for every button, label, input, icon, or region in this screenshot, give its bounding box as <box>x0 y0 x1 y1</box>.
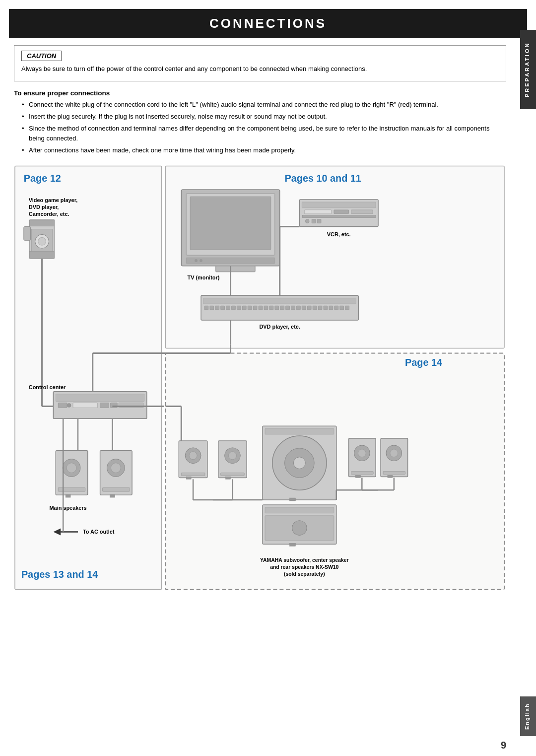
svg-rect-90 <box>345 306 349 310</box>
svg-rect-46 <box>190 197 271 250</box>
svg-rect-57 <box>302 215 376 218</box>
svg-rect-18 <box>56 394 144 402</box>
svg-rect-53 <box>302 202 376 208</box>
svg-rect-74 <box>259 306 263 310</box>
svg-rect-78 <box>280 306 284 310</box>
svg-rect-56 <box>351 210 373 214</box>
svg-point-119 <box>358 449 366 457</box>
svg-rect-21 <box>73 403 98 408</box>
svg-text:Page 12: Page 12 <box>24 173 61 184</box>
svg-rect-85 <box>318 306 322 310</box>
svg-rect-105 <box>186 477 191 480</box>
svg-rect-109 <box>221 473 245 476</box>
svg-rect-72 <box>248 306 252 310</box>
svg-rect-33 <box>103 487 130 491</box>
page-title: CONNECTIONS <box>209 16 327 31</box>
svg-text:and rear speakers NX-SW10: and rear speakers NX-SW10 <box>270 564 338 570</box>
svg-rect-120 <box>351 472 374 475</box>
svg-point-11 <box>38 238 46 246</box>
svg-text:Control center: Control center <box>29 384 66 390</box>
svg-rect-121 <box>355 476 360 478</box>
svg-rect-60 <box>317 219 321 223</box>
list-item: After connections have been made, check … <box>22 145 506 155</box>
svg-rect-64 <box>204 306 208 310</box>
svg-rect-55 <box>334 210 349 214</box>
diagram-area: Page 12 Video game player, DVD player, C… <box>14 163 506 595</box>
svg-rect-110 <box>226 477 231 480</box>
svg-rect-28 <box>58 487 85 491</box>
svg-text:To AC outlet: To AC outlet <box>83 529 115 535</box>
svg-rect-116 <box>290 498 296 501</box>
list-item: Since the method of connection and termi… <box>22 124 506 143</box>
svg-point-48 <box>195 259 198 262</box>
diagram-svg: Page 12 Video game player, DVD player, C… <box>14 163 506 595</box>
bullet-list: Connect the white plug of the connection… <box>14 100 506 156</box>
main-content: CAUTION Always be sure to turn off the p… <box>9 38 511 602</box>
connections-title: To ensure proper connections <box>14 89 506 97</box>
sidebar-preparation-tab: PREPARATION <box>520 30 536 109</box>
svg-point-130 <box>292 521 307 536</box>
svg-rect-66 <box>215 306 219 310</box>
svg-point-27 <box>67 463 76 473</box>
svg-rect-50 <box>216 266 255 272</box>
sidebar-english-tab: English <box>520 696 536 736</box>
svg-text:Video game player,: Video game player, <box>29 197 78 203</box>
svg-point-124 <box>390 449 398 457</box>
svg-rect-89 <box>340 306 344 310</box>
svg-rect-82 <box>302 306 306 310</box>
svg-rect-131 <box>290 544 296 547</box>
svg-rect-69 <box>231 306 235 310</box>
caution-label: CAUTION <box>21 51 62 61</box>
connections-section: To ensure proper connections Connect the… <box>14 89 506 156</box>
svg-rect-104 <box>181 473 205 476</box>
caution-text: Always be sure to turn off the power of … <box>21 64 499 74</box>
svg-rect-86 <box>324 306 328 310</box>
svg-text:(sold separately): (sold separately) <box>284 571 325 577</box>
svg-point-49 <box>200 259 202 262</box>
svg-rect-81 <box>296 306 300 310</box>
svg-rect-73 <box>253 306 257 310</box>
svg-rect-83 <box>307 306 311 310</box>
svg-rect-125 <box>383 472 405 475</box>
list-item: Connect the white plug of the connection… <box>22 100 506 110</box>
svg-text:Camcorder, etc.: Camcorder, etc. <box>29 211 69 217</box>
svg-text:Page 14: Page 14 <box>405 357 442 368</box>
svg-rect-65 <box>210 306 214 310</box>
svg-rect-68 <box>226 306 230 310</box>
svg-rect-8 <box>30 220 55 226</box>
svg-rect-128 <box>265 507 334 513</box>
svg-rect-13 <box>24 227 31 241</box>
svg-text:Main speakers: Main speakers <box>50 505 87 511</box>
svg-point-108 <box>229 452 237 460</box>
svg-rect-88 <box>335 306 338 310</box>
svg-rect-126 <box>388 476 393 478</box>
svg-rect-34 <box>110 494 115 497</box>
svg-point-58 <box>305 219 309 223</box>
svg-rect-80 <box>291 306 295 310</box>
svg-text:DVD player,: DVD player, <box>29 204 59 210</box>
svg-rect-22 <box>100 403 109 408</box>
svg-rect-29 <box>66 494 70 497</box>
page-header: CONNECTIONS <box>9 9 527 38</box>
svg-rect-19 <box>58 403 67 408</box>
svg-rect-59 <box>312 219 316 223</box>
svg-text:Pages 10 and 11: Pages 10 and 11 <box>285 173 361 184</box>
caution-box: CAUTION Always be sure to turn off the p… <box>14 45 506 81</box>
page-number: 9 <box>501 740 506 751</box>
svg-rect-79 <box>286 306 290 310</box>
svg-rect-75 <box>264 306 268 310</box>
list-item: Insert the plug securely. If the plug is… <box>22 112 506 122</box>
svg-rect-70 <box>237 306 241 310</box>
svg-text:Pages 13 and 14: Pages 13 and 14 <box>21 569 98 580</box>
svg-rect-12 <box>30 251 55 259</box>
svg-point-20 <box>67 404 71 408</box>
svg-rect-84 <box>313 306 317 310</box>
svg-point-32 <box>111 463 121 473</box>
svg-text:YAMAHA subwoofer, center speak: YAMAHA subwoofer, center speaker <box>260 557 349 563</box>
svg-rect-54 <box>304 210 332 214</box>
svg-text:TV (monitor): TV (monitor) <box>188 275 220 280</box>
svg-rect-67 <box>221 306 225 310</box>
svg-point-103 <box>189 452 197 460</box>
svg-rect-77 <box>275 306 279 310</box>
svg-rect-115 <box>265 428 334 434</box>
